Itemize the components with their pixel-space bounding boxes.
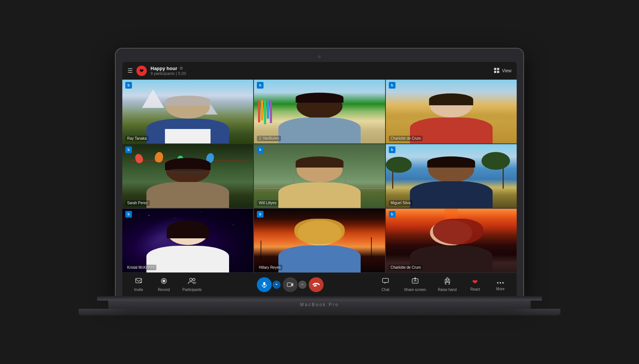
mic-button[interactable]: [257, 277, 272, 292]
video-cell-sarah[interactable]: b Sarah Perez: [122, 144, 253, 208]
cam-chevron[interactable]: [298, 281, 307, 289]
bing-badge-sarah: b: [125, 146, 132, 153]
screen-content: ☰ ❤ Happy hour ⚙ 9 participants | 5:20: [122, 62, 517, 296]
share-icon: [411, 277, 419, 287]
toolbar-right: Chat Share screen: [377, 276, 509, 293]
grid-icon: [494, 68, 500, 74]
miguel-body: [410, 181, 493, 208]
cam-group: [283, 277, 307, 292]
video-cell-hillary[interactable]: b Hillary Reyes: [254, 209, 385, 272]
laptop-screen: ☰ ❤ Happy hour ⚙ 9 participants | 5:20: [116, 49, 523, 296]
svg-rect-12: [287, 283, 291, 287]
miguel-person: [405, 157, 497, 208]
react-label: React: [470, 287, 480, 291]
video-cell-will[interactable]: b Will Littyes: [254, 144, 385, 208]
participant-label-jvb: J. VanBuren: [257, 136, 281, 141]
svg-rect-9: [263, 282, 265, 285]
share-button[interactable]: Share screen: [402, 276, 428, 293]
svg-rect-13: [383, 278, 388, 282]
video-cell-charlotte[interactable]: b Charlotte de Crum: [386, 80, 517, 143]
jvb-person: [274, 94, 365, 143]
hamburger-icon[interactable]: ☰: [128, 67, 133, 74]
surfboards: [258, 100, 272, 124]
charlotte2-hair: [433, 219, 483, 245]
raise-hand-icon: [444, 277, 451, 287]
video-cell-miguel[interactable]: b Miguel Silva: [386, 144, 517, 208]
more-icon: [497, 278, 504, 286]
participants-label: Participants: [182, 288, 202, 292]
meeting-meta: 9 participants | 5:20: [150, 71, 186, 76]
charlotte-hair: [429, 93, 473, 105]
ray-hair: [165, 96, 211, 106]
mic-chevron[interactable]: [272, 281, 281, 289]
react-icon: ❤: [472, 278, 478, 286]
laptop-base: MacBook Pro: [108, 301, 531, 309]
chat-button[interactable]: Chat: [377, 276, 394, 293]
svg-point-8: [193, 278, 195, 281]
record-icon: [160, 277, 168, 287]
share-label: Share screen: [404, 288, 426, 292]
participant-label-charlotte2: Charlotte de Crum: [389, 265, 423, 270]
svg-point-21: [502, 282, 504, 284]
video-cell-kristal[interactable]: b Kristal McKinney: [122, 209, 253, 272]
invite-icon: [135, 277, 142, 287]
svg-rect-2: [494, 71, 496, 73]
laptop-hinge: [97, 296, 542, 301]
svg-rect-3: [497, 71, 499, 73]
meeting-title: Happy hour: [150, 66, 177, 71]
gear-icon[interactable]: ⚙: [179, 66, 183, 71]
top-bar-right: View: [494, 68, 511, 74]
webcam: [318, 55, 321, 58]
more-button[interactable]: More: [491, 277, 509, 292]
view-button[interactable]: View: [494, 68, 511, 74]
participant-label-hillary: Hillary Reyes: [257, 265, 282, 270]
raise-hand-button[interactable]: Raise hand: [436, 276, 459, 293]
svg-rect-0: [494, 68, 496, 70]
invite-button[interactable]: Invite: [130, 276, 148, 293]
sarah-hair: [165, 158, 211, 171]
record-button[interactable]: Record: [155, 276, 173, 293]
raise-hand-label: Raise hand: [438, 288, 457, 292]
star2: [201, 212, 201, 212]
bing-badge-kristal: b: [125, 211, 132, 218]
bing-badge-miguel: b: [389, 146, 395, 153]
video-cell-charlotte2[interactable]: b Charlotte de Crum: [386, 209, 517, 272]
hangup-button[interactable]: [309, 277, 324, 292]
video-cell-jvb[interactable]: b J. VanBuren: [254, 80, 385, 143]
svg-point-20: [500, 282, 501, 284]
video-grid: b Ray Tanaka: [122, 80, 517, 272]
cam-button[interactable]: [283, 277, 298, 292]
participants-button[interactable]: Participants: [180, 276, 204, 293]
ray-person: [142, 96, 234, 143]
sarah-body: [146, 182, 229, 208]
svg-point-7: [190, 278, 192, 281]
tree-trunk2: [371, 237, 372, 259]
react-button[interactable]: ❤ React: [466, 277, 484, 293]
will-person: [274, 157, 365, 208]
bing-badge-charlotte2: b: [389, 211, 395, 218]
invite-label: Invite: [134, 288, 143, 292]
bing-badge-will: b: [257, 146, 264, 153]
bing-badge-jvb: b: [257, 82, 264, 89]
bing-badge-hillary: b: [257, 211, 264, 218]
tree-trunk1: [261, 241, 261, 260]
participant-label-kristal: Kristal McKinney: [125, 265, 156, 270]
will-body: [278, 182, 361, 208]
kristal-hair: [167, 221, 209, 238]
laptop-bottom: [79, 309, 560, 315]
video-cell-ray[interactable]: b Ray Tanaka: [122, 80, 253, 143]
kristal-body: [146, 246, 229, 272]
mic-group: [257, 277, 281, 292]
meeting-icon: ❤: [136, 66, 147, 76]
participants-icon: [188, 277, 196, 287]
bing-badge-ray: b: [125, 82, 132, 89]
top-bar: ☰ ❤ Happy hour ⚙ 9 participants | 5:20: [122, 62, 517, 80]
laptop-wrapper: ☰ ❤ Happy hour ⚙ 9 participants | 5:20: [97, 49, 542, 315]
meeting-title-row: Happy hour ⚙: [150, 66, 186, 71]
hillary-body: [278, 245, 361, 272]
participant-label-sarah: Sarah Perez: [125, 200, 150, 206]
macbook-label: MacBook Pro: [300, 302, 339, 307]
toolbar-left: Invite Record: [130, 276, 204, 293]
more-label: More: [496, 287, 505, 291]
svg-point-6: [162, 279, 165, 282]
